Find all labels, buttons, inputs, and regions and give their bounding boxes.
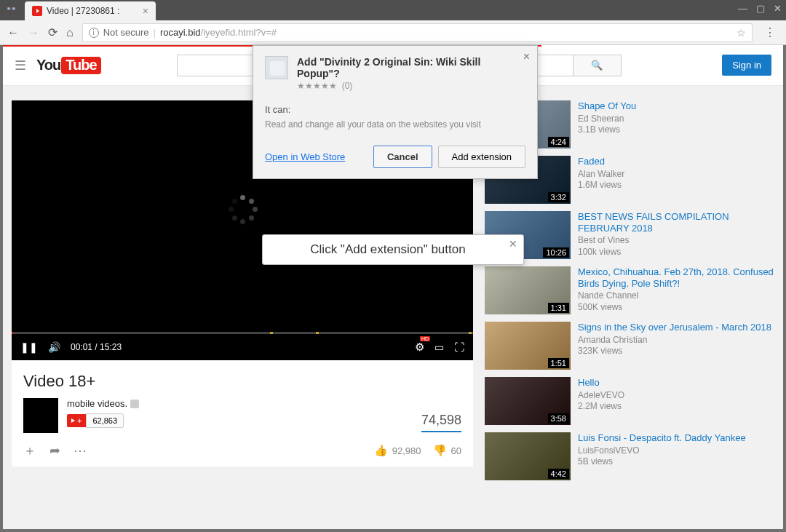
bookmark-star-icon[interactable]: ☆ — [737, 27, 746, 39]
reload-icon[interactable]: ⟳ — [48, 25, 57, 39]
pause-icon[interactable]: ❚❚ — [20, 341, 38, 353]
related-title: Hello — [578, 377, 624, 389]
duration-badge: 10:26 — [543, 247, 569, 258]
signin-button[interactable]: Sign in — [722, 55, 771, 76]
add-to-icon[interactable]: ＋ — [23, 442, 36, 459]
duration-badge: 1:51 — [548, 358, 569, 368]
permissions-heading: It can: — [265, 104, 525, 115]
related-title: Mexico, Chihuahua. Feb 27th, 2018. Confu… — [578, 266, 777, 289]
theater-mode-icon[interactable]: ▭ — [434, 341, 444, 353]
incognito-icon — [6, 5, 20, 15]
video-thumbnail: 4:42 — [485, 432, 571, 480]
related-channel: Ed Sheeran — [578, 114, 636, 125]
related-channel: Alan Walker — [578, 169, 624, 180]
video-thumbnail: 1:31 — [485, 266, 571, 314]
back-icon[interactable]: ← — [7, 26, 19, 39]
hint-close-icon[interactable]: ✕ — [509, 238, 517, 250]
duration-badge: 3:58 — [548, 413, 569, 424]
time-display: 00:01 / 15:23 — [71, 342, 122, 352]
window-controls: — ▢ ✕ — [738, 3, 782, 14]
related-views: 3.1B views — [578, 124, 636, 136]
tab-close-icon[interactable]: × — [143, 5, 148, 17]
related-channel: Best of Vines — [578, 235, 777, 247]
url-text: rocayi.bid/iyeyefid.html?v=# — [160, 27, 277, 38]
video-thumbnail: 1:51 — [485, 322, 571, 370]
related-video-item[interactable]: 1:51 Signs in the Sky over Jerusalem - M… — [485, 322, 777, 370]
address-bar[interactable]: i Not secure | rocayi.bid/iyeyefid.html?… — [82, 23, 753, 42]
related-video-item[interactable]: 1:31 Mexico, Chihuahua. Feb 27th, 2018. … — [485, 266, 777, 314]
like-count: 92,980 — [392, 445, 421, 456]
extension-install-dialog: × Add "Divinity 2 Original Sin: Wiki Ski… — [253, 45, 538, 179]
more-icon[interactable]: ⋯ — [74, 442, 87, 458]
related-title: Faded — [578, 156, 624, 167]
extension-rating: ★★★★★ (0) — [297, 81, 525, 91]
os-titlebar: Video | 27230861 : × — ▢ ✕ — [0, 0, 786, 20]
separator: | — [154, 27, 156, 38]
channel-avatar[interactable] — [23, 398, 58, 433]
add-extension-button[interactable]: Add extension — [438, 146, 525, 168]
video-metadata: Video 18+ mobile videos. + 62,863 74,598 — [12, 360, 473, 467]
subscriber-count: 62,863 — [86, 413, 124, 428]
tab-title: Video | 27230861 : — [47, 6, 119, 16]
player-controls: ❚❚ 🔊 00:01 / 15:23 ⚙HD ▭ ⛶ — [12, 334, 473, 360]
video-thumbnail: 3:58 — [485, 377, 571, 425]
related-title: BEST NEWS FAILS COMPILATION FEBRUARY 201… — [578, 211, 777, 234]
related-channel: AdeleVEVO — [578, 390, 624, 402]
site-info-icon[interactable]: i — [89, 28, 99, 38]
related-views: 2.2M views — [578, 401, 624, 413]
related-views: 5B views — [578, 456, 746, 468]
browser-menu-icon[interactable]: ⋮ — [761, 25, 779, 39]
related-channel: Nande Channel — [578, 290, 777, 302]
related-video-item[interactable]: 4:42 Luis Fonsi - Despacito ft. Daddy Ya… — [485, 432, 777, 480]
fullscreen-icon[interactable]: ⛶ — [454, 341, 464, 353]
view-count: 74,598 — [421, 413, 461, 432]
home-icon[interactable]: ⌂ — [66, 26, 74, 39]
youtube-logo[interactable]: YouTube — [36, 57, 101, 74]
share-icon[interactable]: ➦ — [49, 442, 60, 458]
subscribe-button[interactable]: + 62,863 — [67, 413, 124, 428]
youtube-favicon — [32, 6, 42, 16]
search-button[interactable] — [573, 55, 622, 76]
related-title: Signs in the Sky over Jerusalem - March … — [578, 322, 771, 333]
channel-row: mobile videos. + 62,863 74,598 — [23, 398, 461, 433]
video-title: Video 18+ — [23, 372, 461, 391]
related-views: 1.6M views — [578, 180, 624, 191]
related-video-item[interactable]: 3:58 Hello AdeleVEVO 2.2M views — [485, 377, 777, 425]
dialog-close-icon[interactable]: × — [523, 50, 530, 63]
browser-toolbar: ← → ⟳ ⌂ i Not secure | rocayi.bid/iyeyef… — [0, 20, 786, 45]
related-views: 323K views — [578, 346, 771, 357]
not-secure-label: Not secure — [103, 27, 149, 38]
thumbs-down-icon[interactable]: 👎 — [433, 444, 447, 457]
duration-badge: 4:24 — [548, 137, 569, 147]
browser-tab[interactable]: Video | 27230861 : × — [25, 1, 156, 20]
duration-badge: 1:31 — [548, 303, 569, 313]
related-channel: LuisFonsiVEVO — [578, 445, 746, 457]
verified-badge-icon — [130, 400, 139, 408]
sentiment-bar — [421, 431, 461, 432]
volume-icon[interactable]: 🔊 — [48, 341, 60, 353]
hint-text: Click "Add extension" button — [310, 242, 465, 256]
cancel-button[interactable]: Cancel — [373, 146, 432, 168]
related-views: 500K views — [578, 302, 777, 314]
window-minimize-icon[interactable]: — — [738, 3, 747, 14]
related-channel: Amanda Christian — [578, 335, 771, 346]
channel-name[interactable]: mobile videos. — [67, 398, 413, 409]
thumbs-up-icon[interactable]: 👍 — [374, 444, 388, 457]
extension-title: Add "Divinity 2 Original Sin: Wiki Skill… — [297, 56, 525, 79]
browser-window: Video | 27230861 : × — ▢ ✕ ← → ⟳ ⌂ i Not… — [0, 0, 786, 532]
hint-tooltip: ✕ Click "Add extension" button — [262, 234, 524, 265]
related-video-item[interactable]: 10:26 BEST NEWS FAILS COMPILATION FEBRUA… — [485, 211, 777, 259]
related-views: 100k views — [578, 247, 777, 258]
action-row: ＋ ➦ ⋯ 👍 92,980 👎 60 — [23, 442, 461, 459]
window-maximize-icon[interactable]: ▢ — [756, 3, 765, 14]
forward-icon: → — [28, 26, 39, 39]
window-close-icon[interactable]: ✕ — [774, 3, 782, 14]
permission-item: Read and change all your data on the web… — [265, 119, 525, 130]
duration-badge: 3:32 — [548, 192, 569, 202]
hamburger-menu-icon[interactable]: ☰ — [15, 57, 26, 74]
open-webstore-link[interactable]: Open in Web Store — [265, 151, 345, 162]
extension-puzzle-icon — [265, 56, 288, 79]
settings-gear-icon[interactable]: ⚙HD — [415, 341, 424, 354]
related-title: Luis Fonsi - Despacito ft. Daddy Yankee — [578, 432, 746, 444]
related-title: Shape Of You — [578, 100, 636, 112]
